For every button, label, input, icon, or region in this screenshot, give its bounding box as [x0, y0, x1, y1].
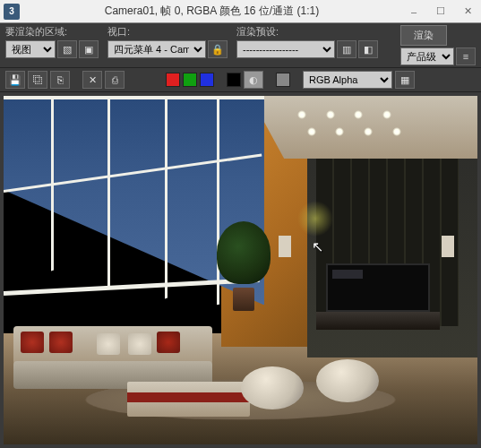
area-select[interactable]: 视图	[5, 40, 56, 58]
clone-icon[interactable]: ⎘	[50, 71, 70, 89]
preset-label: 渲染预设:	[236, 25, 378, 39]
copy-icon[interactable]: ⿻	[28, 71, 47, 89]
viewport-select[interactable]: 四元菜单 4 - Cam	[107, 40, 206, 58]
channel-settings-icon[interactable]: ▦	[395, 71, 415, 89]
rendered-image: ↖	[4, 96, 477, 444]
mono-icon[interactable]: ◐	[244, 71, 263, 89]
channel-red-icon[interactable]	[166, 73, 180, 87]
render-button[interactable]: 渲染	[400, 25, 447, 46]
save-icon[interactable]: 💾	[5, 71, 25, 89]
auto-region-icon[interactable]: ▣	[79, 40, 99, 58]
channel-alpha-icon[interactable]	[227, 73, 241, 87]
channel-select[interactable]: RGB Alpha	[303, 71, 392, 89]
preset-browse-icon[interactable]: ▥	[337, 40, 356, 58]
maximize-button[interactable]: ☐	[427, 2, 454, 22]
image-toolbar: 💾 ⿻ ⎘ ✕ ⎙ ◐ RGB Alpha ▦	[0, 68, 481, 92]
print-icon[interactable]: ⎙	[105, 71, 125, 89]
production-select[interactable]: 产品级	[400, 47, 454, 65]
app-icon: 3	[4, 4, 20, 20]
channel-blue-icon[interactable]	[200, 73, 214, 87]
close-button[interactable]: ✕	[454, 2, 481, 22]
clear-icon[interactable]: ✕	[82, 71, 102, 89]
render-window: 3 Camera01, 帧 0, RGBA 颜色 16 位/通道 (1:1) –…	[0, 0, 481, 448]
region-icon[interactable]: ▧	[57, 40, 77, 58]
viewport-label: 视口:	[107, 25, 228, 39]
minimize-button[interactable]: –	[400, 2, 427, 22]
bg-swatch[interactable]	[276, 73, 290, 87]
production-settings-icon[interactable]: ≡	[456, 47, 476, 65]
area-label: 要渲染的区域:	[5, 25, 99, 39]
render-controls-row: 要渲染的区域: 视图 ▧ ▣ 视口: 四元菜单 4 - Cam 🔒 渲染预设: …	[0, 23, 481, 68]
preset-settings-icon[interactable]: ◧	[358, 40, 378, 58]
preset-select[interactable]: -----------------	[236, 40, 335, 58]
title-bar[interactable]: 3 Camera01, 帧 0, RGBA 颜色 16 位/通道 (1:1) –…	[0, 0, 481, 23]
render-viewport[interactable]: ↖	[4, 96, 477, 444]
window-title: Camera01, 帧 0, RGBA 颜色 16 位/通道 (1:1)	[23, 4, 400, 19]
lock-icon[interactable]: 🔒	[208, 40, 228, 58]
channel-green-icon[interactable]	[183, 73, 197, 87]
